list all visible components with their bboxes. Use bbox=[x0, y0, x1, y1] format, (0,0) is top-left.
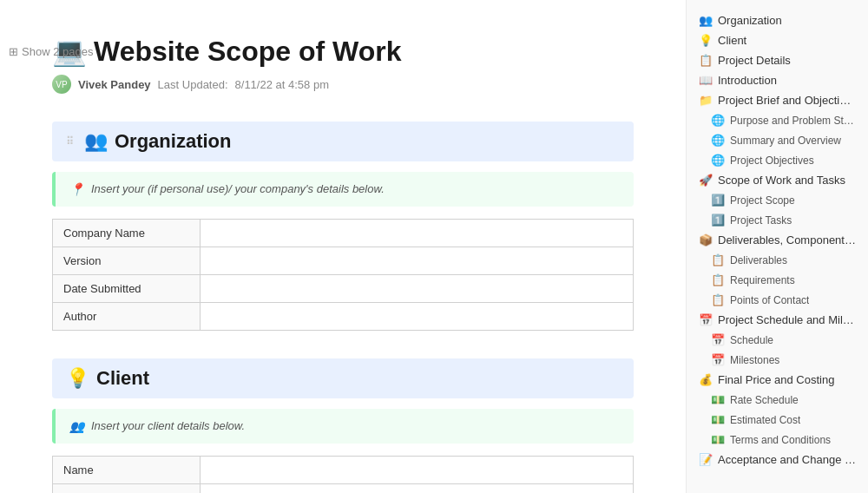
client-value-phone[interactable] bbox=[201, 484, 634, 494]
sidebar-item-icon: 📋 bbox=[711, 273, 725, 286]
table-row: Phone bbox=[53, 484, 634, 494]
sidebar-item-label: Introduction bbox=[718, 74, 777, 87]
page-title-row: 💻 Website Scope of Work bbox=[52, 35, 634, 68]
organization-icon: 👥 bbox=[84, 130, 108, 153]
avatar: VP bbox=[52, 75, 71, 94]
client-heading: 💡 Client bbox=[52, 358, 634, 398]
pages-icon: ⊞ bbox=[9, 45, 18, 58]
sidebar-item-icon: 📅 bbox=[711, 353, 725, 366]
sidebar-item-label: Purpose and Problem Statem... bbox=[730, 115, 856, 127]
org-value-company[interactable] bbox=[201, 220, 634, 247]
main-content: 💻 Website Scope of Work VP Vivek Pandey … bbox=[0, 0, 686, 493]
sidebar-item[interactable]: 📦Deliverables, Components, & R... bbox=[687, 230, 868, 250]
sidebar-item-icon: 💵 bbox=[711, 413, 725, 426]
sidebar-item[interactable]: 👥Organization bbox=[687, 10, 868, 30]
sidebar-item-icon: 👥 bbox=[699, 14, 713, 27]
sidebar-item[interactable]: 1️⃣Project Tasks bbox=[687, 210, 868, 230]
sidebar-item[interactable]: 🌐Project Objectives bbox=[687, 150, 868, 170]
sidebar-item-icon: 1️⃣ bbox=[711, 214, 725, 227]
sidebar-item-icon: 📝 bbox=[699, 453, 713, 466]
organization-callout: 📍 Insert your (if personal use)/ your co… bbox=[52, 172, 634, 207]
sidebar-item[interactable]: 📋Requirements bbox=[687, 270, 868, 290]
client-value-name[interactable] bbox=[201, 457, 634, 484]
sidebar-item-label: Deliverables bbox=[730, 254, 787, 266]
sidebar-item-icon: 📋 bbox=[711, 253, 725, 266]
sidebar-item[interactable]: 💵Terms and Conditions bbox=[687, 430, 868, 450]
page-title: Website Scope of Work bbox=[94, 36, 401, 68]
sidebar-item[interactable]: 📁Project Brief and Objectives bbox=[687, 90, 868, 110]
sidebar-item-icon: 🌐 bbox=[711, 134, 725, 147]
sidebar-item-icon: 🚀 bbox=[699, 174, 713, 187]
author-name: Vivek Pandey bbox=[78, 78, 151, 91]
sidebar-item-label: Project Scope bbox=[730, 194, 795, 207]
sidebar-item[interactable]: 💰Final Price and Costing bbox=[687, 370, 868, 390]
sidebar-item-label: Points of Contact bbox=[730, 294, 809, 306]
sidebar-item[interactable]: 📖Introduction bbox=[687, 70, 868, 90]
org-value-author[interactable] bbox=[201, 303, 634, 331]
sidebar-item-icon: 📦 bbox=[699, 233, 713, 246]
table-row: Version bbox=[53, 247, 634, 275]
sidebar-item-icon: 🌐 bbox=[711, 154, 725, 167]
last-updated-label: Last Updated: bbox=[158, 78, 228, 91]
sidebar-toggle[interactable]: ⊞ Show 2 pages bbox=[9, 45, 93, 58]
client-label-name: Name bbox=[53, 457, 201, 484]
sidebar-item[interactable]: 📅Schedule bbox=[687, 330, 868, 350]
last-updated-value: 8/11/22 at 4:58 pm bbox=[235, 78, 329, 91]
sidebar-item-label: Project Brief and Objectives bbox=[718, 94, 856, 107]
client-table: Name Phone Email Mailing Address bbox=[52, 456, 634, 493]
sidebar-item-label: Project Schedule and Milestones bbox=[718, 313, 856, 326]
sidebar-item-label: Estimated Cost bbox=[730, 414, 800, 426]
sidebar-item-icon: 📅 bbox=[711, 333, 725, 346]
sidebar-item-label: Requirements bbox=[730, 274, 795, 286]
sidebar-item-label: Project Tasks bbox=[730, 214, 792, 227]
sidebar-item-icon: 🌐 bbox=[711, 114, 725, 127]
sidebar-item-label: Rate Schedule bbox=[730, 394, 799, 406]
organization-heading: ⠿ 👥 Organization bbox=[52, 122, 634, 161]
client-callout: 👥 Insert your client details below. bbox=[52, 409, 634, 444]
sidebar-nav: 👥Organization💡Client📋Project Details📖Int… bbox=[687, 10, 868, 470]
sidebar-item[interactable]: 📅Project Schedule and Milestones bbox=[687, 310, 868, 330]
sidebar-item-icon: 1️⃣ bbox=[711, 194, 725, 207]
client-icon: 💡 bbox=[66, 367, 89, 390]
table-row: Name bbox=[53, 457, 634, 484]
sidebar-item-icon: 💰 bbox=[699, 373, 713, 386]
sidebar-item-icon: 💡 bbox=[699, 34, 713, 47]
table-row: Date Submitted bbox=[53, 275, 634, 303]
table-row: Author bbox=[53, 303, 634, 331]
drag-handle[interactable]: ⠿ bbox=[66, 135, 74, 148]
sidebar-item[interactable]: 📅Milestones bbox=[687, 350, 868, 370]
sidebar-item[interactable]: 🌐Summary and Overview bbox=[687, 130, 868, 150]
org-value-version[interactable] bbox=[201, 247, 634, 275]
meta-row: VP Vivek Pandey Last Updated: 8/11/22 at… bbox=[52, 75, 634, 94]
client-title: Client bbox=[96, 367, 149, 390]
org-label-company: Company Name bbox=[53, 220, 201, 247]
sidebar-item[interactable]: 💡Client bbox=[687, 30, 868, 50]
sidebar-item-icon: 📖 bbox=[699, 74, 713, 87]
sidebar-item[interactable]: 💵Estimated Cost bbox=[687, 410, 868, 430]
callout-pin-client: 👥 bbox=[69, 419, 84, 433]
sidebar-item-label: Project Details bbox=[718, 54, 791, 67]
sidebar-item-label: Project Objectives bbox=[730, 154, 814, 167]
sidebar-item-icon: 💵 bbox=[711, 433, 725, 446]
sidebar-item-label: Summary and Overview bbox=[730, 135, 841, 147]
sidebar-item-label: Scope of Work and Tasks bbox=[718, 174, 845, 187]
sidebar-item[interactable]: 🌐Purpose and Problem Statem... bbox=[687, 110, 868, 130]
right-sidebar: 👥Organization💡Client📋Project Details📖Int… bbox=[686, 0, 868, 493]
sidebar-item[interactable]: 📋Deliverables bbox=[687, 250, 868, 270]
sidebar-item[interactable]: 📋Points of Contact bbox=[687, 290, 868, 310]
sidebar-item[interactable]: 1️⃣Project Scope bbox=[687, 190, 868, 210]
sidebar-item[interactable]: 💵Rate Schedule bbox=[687, 390, 868, 410]
sidebar-item[interactable]: 📝Acceptance and Change Contr... bbox=[687, 450, 868, 470]
organization-title: Organization bbox=[115, 130, 231, 153]
sidebar-item-icon: 📋 bbox=[699, 54, 713, 67]
sidebar-item-icon: 📋 bbox=[711, 293, 725, 306]
org-value-date[interactable] bbox=[201, 275, 634, 303]
org-label-date: Date Submitted bbox=[53, 275, 201, 303]
client-section: 💡 Client 👥 Insert your client details be… bbox=[52, 358, 634, 493]
sidebar-item-label: Acceptance and Change Contr... bbox=[718, 453, 856, 466]
sidebar-item-icon: 📅 bbox=[699, 313, 713, 326]
client-callout-text: Insert your client details below. bbox=[91, 419, 245, 432]
client-label-phone: Phone bbox=[53, 484, 201, 494]
sidebar-item[interactable]: 🚀Scope of Work and Tasks bbox=[687, 170, 868, 190]
sidebar-item[interactable]: 📋Project Details bbox=[687, 50, 868, 70]
